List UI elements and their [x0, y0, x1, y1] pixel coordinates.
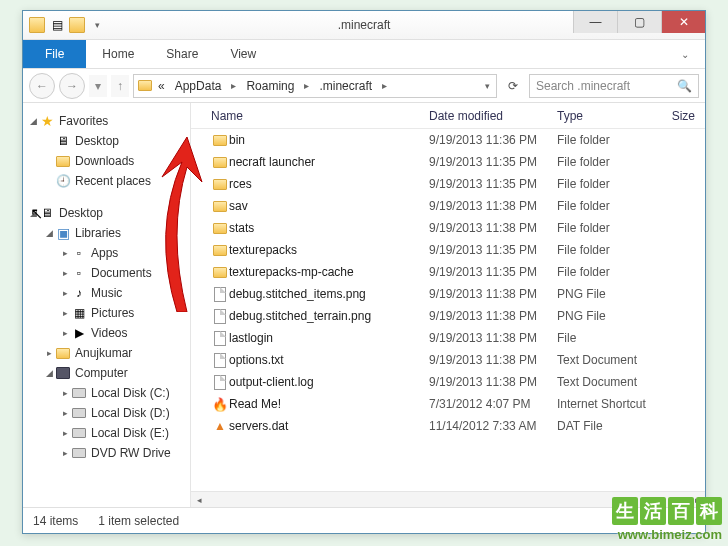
file-row[interactable]: rces9/19/2013 11:35 PMFile folder [191, 173, 705, 195]
tree-dvd[interactable]: ▸DVD RW Drive [23, 443, 190, 463]
column-headers[interactable]: Name Date modified Type Size [191, 103, 705, 129]
file-date: 9/19/2013 11:38 PM [429, 331, 557, 345]
minimize-button[interactable]: — [573, 11, 617, 33]
tree-pictures[interactable]: ▸▦Pictures [23, 303, 190, 323]
qa-properties-icon[interactable]: ▤ [49, 17, 65, 33]
crumb-sep-icon[interactable]: ▸ [227, 80, 240, 91]
file-name: sav [229, 199, 429, 213]
file-icon [211, 264, 229, 280]
file-name: stats [229, 221, 429, 235]
tree-disk-c[interactable]: ▸Local Disk (C:) [23, 383, 190, 403]
file-date: 9/19/2013 11:36 PM [429, 133, 557, 147]
tree-music[interactable]: ▸♪Music [23, 283, 190, 303]
file-type: File folder [557, 155, 657, 169]
file-list[interactable]: bin9/19/2013 11:36 PMFile foldernecraft … [191, 129, 705, 491]
col-name[interactable]: Name [211, 109, 429, 123]
qa-menu-dropdown[interactable]: ▾ [89, 17, 105, 33]
file-name: texturepacks [229, 243, 429, 257]
tree-user[interactable]: ▸Anujkumar [23, 343, 190, 363]
tree-desktop-root[interactable]: ◢🖥Desktop [23, 203, 190, 223]
tree-disk-d[interactable]: ▸Local Disk (D:) [23, 403, 190, 423]
tab-share[interactable]: Share [150, 40, 214, 68]
address-dropdown-icon[interactable]: ▾ [483, 81, 492, 91]
file-row[interactable]: ▲servers.dat11/14/2012 7:33 AMDAT File [191, 415, 705, 437]
tab-file[interactable]: File [23, 40, 86, 68]
address-bar: ← → ▾ ↑ « AppData ▸ Roaming ▸ .minecraft… [23, 69, 705, 103]
doc-icon: ▫ [71, 265, 87, 281]
crumb-minecraft[interactable]: .minecraft [315, 79, 376, 93]
file-icon [211, 242, 229, 258]
file-row[interactable]: bin9/19/2013 11:36 PMFile folder [191, 129, 705, 151]
file-date: 9/19/2013 11:38 PM [429, 375, 557, 389]
status-item-count: 14 items [33, 514, 78, 528]
close-button[interactable]: ✕ [661, 11, 705, 33]
file-row[interactable]: texturepacks-mp-cache9/19/2013 11:35 PMF… [191, 261, 705, 283]
file-row[interactable]: options.txt9/19/2013 11:38 PMText Docume… [191, 349, 705, 371]
scroll-left-icon[interactable]: ◂ [191, 495, 207, 505]
forward-button[interactable]: → [59, 73, 85, 99]
tree-desktop[interactable]: 🖥Desktop [23, 131, 190, 151]
tab-home[interactable]: Home [86, 40, 150, 68]
doc-icon: ▫ [71, 245, 87, 261]
tree-recent[interactable]: 🕘Recent places [23, 171, 190, 191]
tree-apps[interactable]: ▸▫Apps [23, 243, 190, 263]
breadcrumb[interactable]: « AppData ▸ Roaming ▸ .minecraft ▸ ▾ [133, 74, 497, 98]
file-name: lastlogin [229, 331, 429, 345]
crumb-overflow[interactable]: « [154, 79, 169, 93]
maximize-button[interactable]: ▢ [617, 11, 661, 33]
titlebar[interactable]: ▤ ▾ .minecraft — ▢ ✕ [23, 11, 705, 39]
file-row[interactable]: lastlogin9/19/2013 11:38 PMFile [191, 327, 705, 349]
watermark-char: 活 [640, 497, 666, 525]
file-row[interactable]: necraft launcher9/19/2013 11:35 PMFile f… [191, 151, 705, 173]
col-type[interactable]: Type [557, 109, 657, 123]
tree-libraries[interactable]: ◢▣Libraries [23, 223, 190, 243]
tree-favorites[interactable]: ◢★Favorites [23, 111, 190, 131]
crumb-sep-icon[interactable]: ▸ [378, 80, 391, 91]
file-date: 7/31/2012 4:07 PM [429, 397, 557, 411]
file-icon [211, 220, 229, 236]
file-row[interactable]: texturepacks9/19/2013 11:35 PMFile folde… [191, 239, 705, 261]
crumb-sep-icon[interactable]: ▸ [300, 80, 313, 91]
cursor-icon: ↖ [30, 204, 43, 223]
app-icon[interactable] [29, 17, 45, 33]
file-icon [211, 286, 229, 302]
file-row[interactable]: sav9/19/2013 11:38 PMFile folder [191, 195, 705, 217]
navigation-pane[interactable]: ◢★Favorites 🖥Desktop Downloads 🕘Recent p… [23, 103, 191, 507]
qa-newfolder-icon[interactable] [69, 17, 85, 33]
explorer-window: ▤ ▾ .minecraft — ▢ ✕ File Home Share Vie… [22, 10, 706, 534]
watermark: 生活百科 www.bimeiz.com [610, 497, 722, 542]
recent-dropdown[interactable]: ▾ [89, 75, 107, 97]
tab-view[interactable]: View [214, 40, 272, 68]
file-row[interactable]: output-client.log9/19/2013 11:38 PMText … [191, 371, 705, 393]
recent-icon: 🕘 [55, 173, 71, 189]
tree-documents[interactable]: ▸▫Documents [23, 263, 190, 283]
refresh-button[interactable]: ⟳ [501, 74, 525, 98]
crumb-roaming[interactable]: Roaming [242, 79, 298, 93]
tree-computer[interactable]: ◢Computer [23, 363, 190, 383]
file-type: DAT File [557, 419, 657, 433]
up-button[interactable]: ↑ [111, 75, 129, 97]
file-date: 9/19/2013 11:38 PM [429, 287, 557, 301]
file-type: File folder [557, 265, 657, 279]
watermark-char: 生 [612, 497, 638, 525]
desktop-icon: 🖥 [55, 133, 71, 149]
tree-downloads[interactable]: Downloads [23, 151, 190, 171]
file-row[interactable]: debug.stitched_terrain.png9/19/2013 11:3… [191, 305, 705, 327]
col-size[interactable]: Size [657, 109, 705, 123]
search-input[interactable]: Search .minecraft 🔍 [529, 74, 699, 98]
disk-icon [71, 385, 87, 401]
file-icon [211, 374, 229, 390]
file-row[interactable]: stats9/19/2013 11:38 PMFile folder [191, 217, 705, 239]
crumb-appdata[interactable]: AppData [171, 79, 226, 93]
file-row[interactable]: debug.stitched_items.png9/19/2013 11:38 … [191, 283, 705, 305]
file-row[interactable]: 🔥Read Me!7/31/2012 4:07 PMInternet Short… [191, 393, 705, 415]
tree-videos[interactable]: ▸▶Videos [23, 323, 190, 343]
watermark-char: 百 [668, 497, 694, 525]
col-date[interactable]: Date modified [429, 109, 557, 123]
ribbon-expand-icon[interactable]: ⌄ [665, 40, 705, 68]
tree-disk-e[interactable]: ▸Local Disk (E:) [23, 423, 190, 443]
back-button[interactable]: ← [29, 73, 55, 99]
file-date: 9/19/2013 11:35 PM [429, 155, 557, 169]
file-date: 9/19/2013 11:38 PM [429, 353, 557, 367]
file-name: output-client.log [229, 375, 429, 389]
